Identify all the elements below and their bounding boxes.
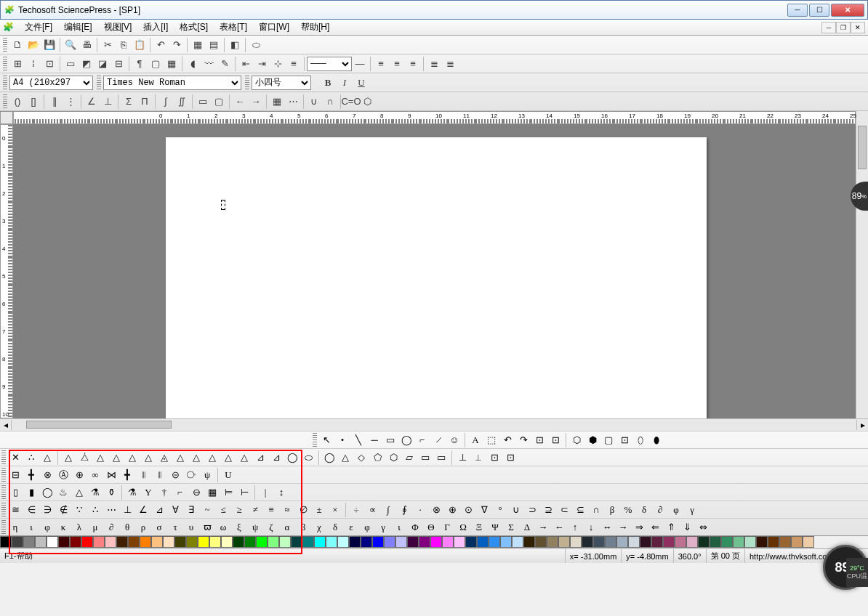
matrix-icon[interactable]: [] (25, 94, 41, 110)
symbol-button[interactable]: △ (140, 450, 156, 465)
pen-icon[interactable]: ✎ (217, 56, 233, 72)
cut-icon[interactable]: ✂ (100, 37, 116, 53)
symbol-button[interactable]: ☺ (446, 433, 462, 447)
spacing-icon[interactable]: ≡ (286, 56, 302, 72)
symbol-button[interactable]: ∝ (364, 503, 380, 517)
symbol-button[interactable]: · (412, 503, 428, 517)
symbol-button[interactable]: △ (92, 450, 108, 465)
symbol-button[interactable]: △ (108, 450, 124, 465)
grip-icon[interactable] (3, 57, 7, 71)
save-icon[interactable]: 💾 (41, 37, 57, 53)
color-swatch[interactable] (174, 536, 186, 548)
symbol-button[interactable]: ╋ (119, 468, 135, 482)
diag1-icon[interactable]: ◩ (79, 56, 95, 72)
symbol-button[interactable]: U (220, 468, 236, 482)
symbol-button[interactable]: ↷ (515, 433, 531, 447)
menu-edit[interactable]: 编辑[E] (58, 20, 98, 35)
symbol-button[interactable]: ↖ (318, 433, 334, 447)
color-swatch[interactable] (70, 536, 81, 548)
symbol-button[interactable]: ⊂ (556, 503, 572, 517)
symbol-button[interactable]: ▯ (7, 485, 23, 500)
symbol-button[interactable]: ⌐ (414, 433, 430, 447)
vertical-scrollbar[interactable] (856, 124, 868, 418)
oval-icon[interactable]: ⬭ (248, 37, 264, 53)
align-left-icon[interactable]: ≡ (373, 56, 389, 72)
symbol-button[interactable]: ▭ (433, 450, 449, 465)
justify-icon[interactable]: ≣ (426, 56, 442, 72)
angle-icon[interactable]: ∠ (84, 94, 100, 110)
symbol-button[interactable]: ⊨ (220, 485, 236, 500)
color-swatch[interactable] (791, 536, 803, 548)
grip-icon[interactable] (1, 503, 6, 517)
symbol-button[interactable]: θ (119, 520, 135, 535)
symbol-button[interactable]: △ (220, 450, 236, 465)
document-canvas[interactable] (13, 124, 856, 418)
symbol-button[interactable]: ≈ (279, 503, 295, 517)
symbol-button[interactable]: ρ (135, 520, 151, 535)
color-swatch[interactable] (547, 536, 558, 548)
color-swatch[interactable] (361, 536, 372, 548)
symbol-button[interactable]: ▭ (382, 433, 398, 447)
bold-button[interactable]: B (320, 75, 336, 91)
color-swatch[interactable] (523, 536, 535, 548)
grip-icon[interactable] (97, 76, 101, 90)
symbol-button[interactable]: ⊝ (167, 468, 183, 482)
distribute-icon[interactable]: ≣ (442, 56, 458, 72)
new-file-icon[interactable]: 🗋 (9, 37, 25, 53)
scroll-right-button[interactable]: ▸ (856, 420, 868, 430)
color-swatch[interactable] (477, 536, 489, 548)
print-icon[interactable]: 🖶 (79, 37, 95, 53)
align-right-icon[interactable]: ≡ (405, 56, 421, 72)
color-swatch[interactable] (803, 536, 814, 548)
symbol-button[interactable]: ◯ (284, 450, 300, 465)
int2-icon[interactable]: ∬ (174, 94, 190, 110)
symbol-button[interactable]: ≅ (7, 503, 23, 517)
color-swatch[interactable] (489, 536, 500, 548)
color-swatch[interactable] (186, 536, 198, 548)
symbol-button[interactable]: ↶ (499, 433, 515, 447)
symbol-button[interactable]: φ (359, 520, 375, 535)
symbol-button[interactable]: Ξ (471, 520, 487, 535)
symbol-button[interactable]: ⊡ (531, 433, 547, 447)
symbol-button[interactable]: γ (684, 503, 700, 517)
symbol-button[interactable]: ⋈ (103, 468, 119, 482)
open-file-icon[interactable]: 📂 (25, 37, 41, 53)
color-swatch[interactable] (407, 536, 419, 548)
symbol-button[interactable]: ε (343, 520, 359, 535)
align-center-icon[interactable]: ≡ (389, 56, 405, 72)
symbol-button[interactable]: β (604, 503, 620, 517)
symbol-button[interactable]: ⊥ (454, 450, 470, 465)
symbol-button[interactable]: ◇ (353, 450, 369, 465)
symbol-button[interactable]: ⇒ (631, 520, 647, 535)
line-style-icon[interactable]: — (352, 56, 368, 72)
symbol-button[interactable]: ∪ (508, 503, 524, 517)
symbol-button[interactable]: ∉ (55, 503, 71, 517)
symbol-button[interactable]: ∵ (71, 503, 87, 517)
outdent-icon[interactable]: ⇥ (254, 56, 270, 72)
symbol-button[interactable]: △ (39, 450, 55, 465)
symbol-button[interactable]: ⬚ (483, 433, 499, 447)
scroll-thumb[interactable] (858, 126, 867, 169)
symbol-button[interactable]: ⊕ (71, 468, 87, 482)
box2-icon[interactable]: ▢ (211, 94, 227, 110)
bar-h-icon[interactable]: ⋮ (63, 94, 79, 110)
color-swatch[interactable] (616, 536, 628, 548)
symbol-button[interactable]: ⊃ (524, 503, 540, 517)
horizontal-ruler[interactable]: 0123456789101112131415161718192021222324… (13, 111, 856, 124)
symbol-button[interactable]: ∮ (396, 503, 412, 517)
symbol-button[interactable]: ≤ (215, 503, 231, 517)
color-swatch[interactable] (151, 536, 163, 548)
symbol-button[interactable]: ∩ (588, 503, 604, 517)
symbol-button[interactable]: ∠ (135, 503, 151, 517)
symbol-button[interactable]: ⊗ (39, 468, 55, 482)
redo-icon[interactable]: ↷ (169, 37, 185, 53)
color-swatch[interactable] (291, 536, 302, 548)
symbol-button[interactable]: ⬠ (369, 450, 385, 465)
symbol-button[interactable]: ± (311, 503, 327, 517)
color-swatch[interactable] (605, 536, 616, 548)
tbl-icon[interactable]: ▦ (164, 56, 180, 72)
color-swatch[interactable] (710, 536, 721, 548)
sigma-icon[interactable]: Σ (121, 94, 137, 110)
symbol-button[interactable]: △ (124, 450, 140, 465)
color-swatch[interactable] (779, 536, 791, 548)
